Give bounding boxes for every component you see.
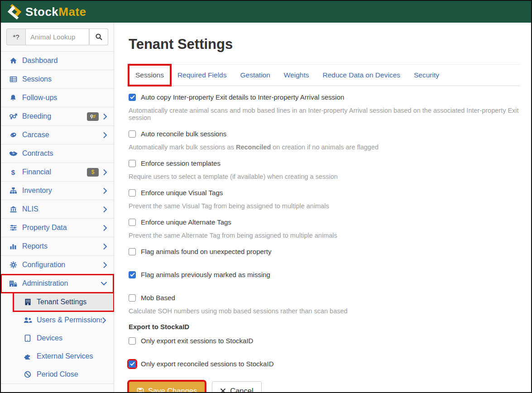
settings-tabs: Sessions Required Fields Gestation Weigh… — [129, 65, 520, 86]
checkbox[interactable] — [129, 337, 136, 345]
sliders-icon — [7, 224, 19, 231]
tab-security[interactable]: Security — [407, 65, 446, 86]
setting-label: Flag animals previously marked as missin… — [141, 271, 270, 278]
stockmate-diamond-icon — [7, 3, 22, 20]
form-actions: Save Changes Cancel — [129, 381, 520, 392]
wildcard-help-button[interactable]: *? — [6, 29, 25, 45]
chevron-right-icon — [102, 317, 106, 324]
sidebar-item-carcase[interactable]: Carcase — [1, 126, 114, 144]
sidebar-item-label: Follow-ups — [22, 94, 107, 102]
sidebar-item-label: NLIS — [22, 205, 103, 213]
sidebar-item-label: Administration — [22, 279, 101, 288]
sidebar-item-label: Carcase — [22, 131, 103, 139]
setting-flag-previously-missing[interactable]: Flag animals previously marked as missin… — [129, 271, 520, 278]
checkbox[interactable] — [129, 248, 136, 255]
svg-text:$: $ — [11, 168, 15, 176]
sidebar-item-label: Breeding — [22, 112, 87, 120]
sidebar-item-financial[interactable]: $ Financial $ — [1, 163, 114, 182]
sidebar-item-external-services[interactable]: External Services — [1, 347, 114, 365]
gear-icon — [7, 261, 19, 268]
bar-chart-icon — [7, 243, 19, 250]
chevron-right-icon — [103, 187, 107, 194]
setting-auto-reconcile-bulk[interactable]: Auto reconcile bulk sessions — [129, 130, 520, 138]
users-icon — [22, 316, 34, 324]
sidebar-item-devices[interactable]: Devices — [1, 329, 114, 347]
sidebar-item-sessions[interactable]: Sessions — [1, 70, 114, 89]
setting-label: Auto reconcile bulk sessions — [141, 130, 226, 138]
financial-badge: $ — [87, 168, 99, 177]
setting-label: Mob Based — [141, 294, 175, 302]
sidebar-item-label: Inventory — [22, 187, 103, 195]
setting-enforce-unique-alternate-tags[interactable]: Enforce unique Alternate Tags — [129, 218, 520, 226]
checkbox[interactable] — [129, 94, 136, 101]
tab-gestation[interactable]: Gestation — [233, 65, 277, 86]
animal-lookup-search: *? — [1, 23, 114, 52]
administration-submenu: Tenant Settings Users & Permissions Dev — [1, 293, 114, 384]
brand-logo[interactable]: StockMate — [7, 3, 86, 20]
sidebar-item-dashboard[interactable]: Dashboard — [1, 52, 114, 70]
checkbox[interactable] — [129, 189, 136, 196]
setting-description: Automatically create animal scans and mo… — [129, 107, 520, 121]
sidebar-item-label: Sessions — [22, 75, 107, 83]
checkbox[interactable] — [129, 130, 136, 138]
checkbox[interactable] — [129, 360, 136, 368]
sidebar-item-reports[interactable]: Reports — [1, 237, 114, 256]
animal-lookup-input[interactable] — [25, 29, 89, 45]
setting-mob-based[interactable]: Mob Based — [129, 294, 520, 302]
search-button[interactable] — [89, 29, 108, 45]
chevron-right-icon — [103, 225, 107, 231]
brand-mate-text: Mate — [58, 5, 86, 19]
sidebar-item-breeding[interactable]: Breeding — [1, 107, 114, 126]
sidebar-item-period-close[interactable]: Period Close — [1, 365, 114, 383]
save-changes-button[interactable]: Save Changes — [129, 381, 205, 392]
sidebar-item-label: Configuration — [22, 261, 103, 269]
setting-description: Prevent the same Visual Tag from being a… — [129, 202, 520, 210]
setting-only-export-reconciled-sessions[interactable]: Only export reconciled sessions to Stock… — [129, 360, 520, 368]
setting-enforce-session-templates[interactable]: Enforce session templates — [129, 159, 520, 167]
sidebar-item-contracts[interactable]: Contracts — [1, 144, 114, 163]
tab-reduce-data-on-devices[interactable]: Reduce Data on Devices — [316, 65, 407, 86]
setting-label: Enforce unique Alternate Tags — [141, 218, 231, 226]
sidebar-item-label: Property Data — [22, 224, 103, 232]
setting-description: Automatically mark bulk sessions as Reco… — [129, 144, 520, 151]
sessions-settings-panel: Auto copy Inter-property Exit details to… — [129, 93, 520, 392]
sidebar-item-administration[interactable]: Administration — [1, 274, 114, 293]
checkbox[interactable] — [129, 271, 136, 278]
setting-description: Calculate SOH numbers using mob based se… — [129, 307, 520, 315]
sidebar-item-inventory[interactable]: Inventory — [1, 182, 114, 200]
sidebar-item-users-permissions[interactable]: Users & Permissions — [1, 311, 114, 329]
setting-label: Only export reconciled sessions to Stock… — [141, 360, 273, 368]
sidebar-item-label: Dashboard — [22, 57, 107, 65]
tab-sessions[interactable]: Sessions — [129, 65, 171, 86]
setting-label: Enforce unique Visual Tags — [141, 189, 223, 196]
sidebar-item-tenant-settings[interactable]: Tenant Settings — [14, 293, 114, 311]
setting-description: Prevent the same Alternate Tag from bein… — [129, 232, 520, 239]
checkbox[interactable] — [129, 219, 136, 226]
sidebar-item-property-data[interactable]: Property Data — [1, 219, 114, 237]
setting-label: Auto copy Inter-property Exit details to… — [141, 93, 344, 101]
setting-only-export-exit-sessions[interactable]: Only export exit sessions to StockaID — [129, 337, 520, 345]
sidebar-item-label: Users & Permissions — [37, 316, 102, 324]
sidebar-item-follow-ups[interactable]: Follow-ups — [1, 89, 114, 107]
checkbox[interactable] — [129, 160, 136, 167]
page-title: Tenant Settings — [129, 36, 520, 53]
chevron-right-icon — [103, 169, 107, 176]
handshake-icon — [7, 150, 19, 157]
app-window: StockMate *? — [0, 0, 532, 393]
tab-required-fields[interactable]: Required Fields — [171, 65, 234, 86]
chevron-right-icon — [103, 206, 107, 213]
bank-icon — [7, 206, 19, 213]
chevron-right-icon — [103, 132, 107, 139]
setting-flag-unexpected-property[interactable]: Flag animals found on unexpected propert… — [129, 248, 520, 255]
setting-description: Require users to select a template (if a… — [129, 173, 520, 180]
sidebar-item-label: Financial — [22, 168, 87, 176]
tab-weights[interactable]: Weights — [277, 65, 316, 86]
cancel-button[interactable]: Cancel — [212, 381, 261, 392]
checkbox[interactable] — [129, 294, 136, 302]
setting-enforce-unique-visual-tags[interactable]: Enforce unique Visual Tags — [129, 189, 520, 196]
setting-label: Enforce session templates — [141, 159, 220, 167]
chevron-right-icon — [103, 243, 107, 250]
sidebar-item-configuration[interactable]: Configuration — [1, 256, 114, 274]
sidebar-item-nlis[interactable]: NLIS — [1, 200, 114, 219]
setting-auto-copy-interproperty[interactable]: Auto copy Inter-property Exit details to… — [129, 93, 520, 101]
